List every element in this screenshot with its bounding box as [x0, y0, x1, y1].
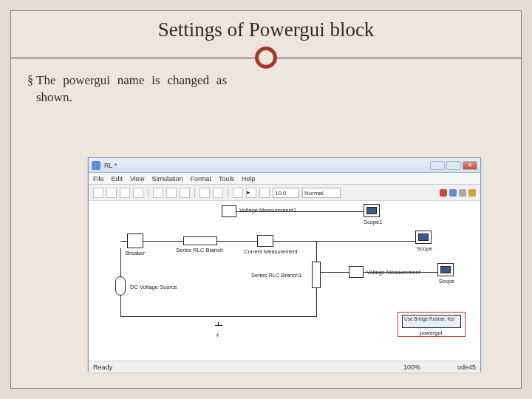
simulation-mode-select[interactable]: Normal — [302, 188, 341, 198]
step-back-button[interactable] — [233, 188, 243, 198]
ground-icon — [214, 322, 223, 330]
separator-icon — [228, 188, 228, 198]
minimize-button[interactable] — [430, 161, 445, 170]
wire — [316, 241, 317, 262]
title-divider — [11, 44, 521, 71]
scope-block[interactable] — [415, 231, 432, 244]
wire — [316, 288, 317, 316]
wire — [273, 241, 415, 242]
bullet-text: The powergui name is changed as shown. — [36, 72, 227, 106]
toolbar-badge-icon[interactable] — [440, 189, 447, 197]
wire — [143, 241, 183, 242]
body-content: § The powergui name is changed as shown. — [11, 71, 521, 106]
bullet-item: § The powergui name is changed as shown. — [27, 72, 227, 106]
rlc1-label: Series RLC Branch1 — [251, 272, 301, 279]
redo-button[interactable] — [213, 188, 223, 198]
save-button[interactable] — [120, 188, 130, 198]
statusbar: Ready 100% ode45 — [89, 361, 480, 372]
wire — [120, 316, 317, 317]
wire — [236, 211, 364, 212]
play-button[interactable]: ▸ — [246, 188, 256, 198]
new-button[interactable] — [93, 188, 103, 198]
close-button[interactable] — [463, 161, 477, 170]
wire — [321, 272, 349, 273]
bullet-icon: § — [27, 72, 33, 89]
menu-tools[interactable]: Tools — [219, 175, 234, 183]
separator-icon — [194, 188, 195, 198]
scope-label: Scope1 — [364, 219, 382, 225]
rlc-block[interactable] — [183, 236, 217, 245]
slide-frame: Settings of Powergui block § The powergu… — [10, 10, 522, 389]
menu-view[interactable]: View — [130, 175, 144, 183]
separator-icon — [148, 188, 149, 198]
stop-button[interactable] — [259, 188, 270, 198]
undo-button[interactable] — [200, 188, 210, 198]
toolbar-badge-icon[interactable] — [459, 189, 466, 197]
dc-source-label: DC Voltage Source — [130, 284, 177, 290]
menu-help[interactable]: Help — [242, 175, 256, 183]
status-left: Ready — [93, 364, 112, 371]
dc-source-block[interactable] — [115, 276, 126, 296]
toolbar-badge-icon[interactable] — [449, 189, 457, 197]
slide-title: Settings of Powergui block — [11, 11, 521, 44]
window-title: RL * — [104, 162, 117, 169]
breaker-block[interactable] — [127, 233, 143, 248]
ground-label: ⏚ — [216, 331, 219, 338]
divider-circle-icon — [255, 47, 277, 69]
wire — [217, 241, 257, 242]
menu-format[interactable]: Format — [190, 175, 211, 183]
toolbar: ▸ 10.0 Normal — [89, 185, 480, 201]
rlc-label: Series RLC Branch — [176, 247, 223, 253]
rlc1-block[interactable] — [312, 262, 321, 288]
menu-edit[interactable]: Edit — [112, 175, 123, 183]
current-measurement-block[interactable] — [257, 235, 273, 247]
copy-button[interactable] — [166, 188, 177, 198]
scope-label: Scope — [439, 278, 454, 284]
wire — [364, 272, 437, 273]
paste-button[interactable] — [180, 188, 190, 198]
status-solver: ode45 — [457, 364, 476, 371]
menubar: File Edit View Simulation Format Tools H… — [89, 173, 480, 185]
current-measurement-label: Current Measurement — [244, 248, 298, 255]
menu-simulation[interactable]: Simulation — [151, 175, 183, 183]
wire — [120, 241, 127, 242]
window-controls — [430, 161, 477, 170]
simulation-time-field[interactable]: 10.0 — [273, 188, 299, 198]
scope-block[interactable] — [364, 204, 380, 217]
breaker-label: Breaker — [126, 250, 145, 256]
status-zoom: 100% — [403, 364, 420, 371]
wire — [120, 296, 121, 316]
print-button[interactable] — [133, 188, 143, 198]
powergui-label: powergui — [420, 330, 442, 336]
wire — [120, 248, 121, 276]
powergui-block[interactable]: Use Bridge Rubber, Kel — [402, 315, 461, 328]
open-button[interactable] — [106, 188, 117, 198]
window-titlebar: RL * — [89, 158, 480, 173]
maximize-button[interactable] — [446, 161, 461, 170]
simulink-window: RL * File Edit View Simulation Format To… — [88, 157, 481, 372]
app-icon — [92, 161, 100, 170]
scope-label: Scope — [417, 245, 432, 252]
voltage-measurement-block[interactable] — [222, 205, 236, 217]
menu-file[interactable]: File — [93, 175, 104, 183]
voltage-measurement-block[interactable] — [349, 266, 364, 278]
toolbar-badge-icon[interactable] — [468, 189, 476, 197]
model-canvas[interactable]: Voltage Measurement1 Scope1 Breaker Seri… — [89, 201, 480, 361]
voltage-measurement-label: Voltage Measurement1 — [239, 207, 296, 214]
cut-button[interactable] — [153, 188, 163, 198]
scope-block[interactable] — [437, 263, 454, 276]
